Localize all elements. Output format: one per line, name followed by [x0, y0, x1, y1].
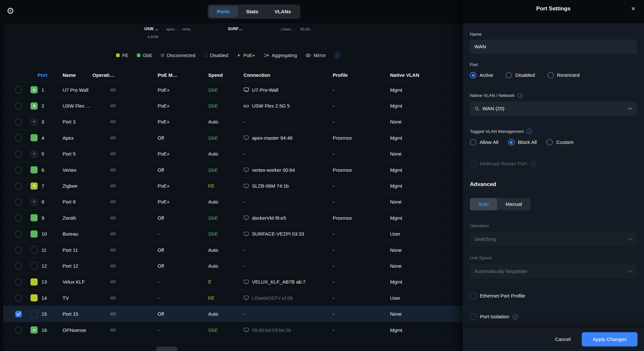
- row-checkbox[interactable]: [15, 167, 22, 173]
- radio-disabled[interactable]: Disabled: [506, 72, 535, 78]
- operation-value: Switching: [474, 236, 496, 242]
- table-row[interactable]: 16OPNsense-GbE00:d0:b4:03:be:2b-Mgmt: [3, 322, 463, 338]
- table-row[interactable]: 15Port 15OffAuto--None: [3, 306, 463, 322]
- table-row[interactable]: 6VertexOffGbEvertex-worker 00:84ProxmoxM…: [3, 162, 463, 178]
- poe-mode: -: [158, 327, 208, 333]
- table-row[interactable]: 2USW Flex …PoE+GbEUSW Flex 2.5G 5-Mgmt: [3, 98, 463, 114]
- native-vlan: Mgmt: [390, 183, 463, 189]
- radio-label: Block All: [518, 139, 537, 145]
- table-row[interactable]: 10Bureau-GbESURFACE-VEZPI 03:33-User: [3, 226, 463, 242]
- port-number: 6: [42, 167, 63, 173]
- info-icon[interactable]: i: [527, 129, 532, 134]
- table-row[interactable]: 11Port 11OffAuto--None: [3, 242, 463, 258]
- profile: Proxmox: [333, 167, 390, 173]
- column-header-speed[interactable]: Speed: [208, 72, 244, 78]
- port-name: USW Flex …: [63, 103, 92, 109]
- tab-stats[interactable]: Stats: [238, 6, 267, 18]
- native-vlan-select[interactable]: WAN (20): [470, 101, 637, 116]
- row-checkbox[interactable]: [15, 135, 22, 141]
- column-header-poe-mode[interactable]: PoE M…: [158, 72, 208, 78]
- row-checkbox[interactable]: [15, 263, 22, 269]
- poe-mode: Off: [158, 135, 208, 141]
- table-row[interactable]: 12Port 12OffAuto--None: [3, 258, 463, 274]
- port-number: 11: [42, 247, 63, 253]
- port-number: 14: [42, 295, 63, 301]
- legend-info-icon[interactable]: i: [334, 53, 340, 58]
- close-icon[interactable]: ✕: [631, 6, 636, 12]
- tab-ports[interactable]: Ports: [209, 6, 238, 18]
- row-checkbox[interactable]: [15, 199, 22, 205]
- operation-mode-icon: [111, 136, 158, 140]
- table-row[interactable]: 4ApexOffGbEapex-master 94:48ProxmoxMgmt: [3, 130, 463, 146]
- radio-restricted[interactable]: Restricted: [547, 72, 580, 78]
- column-header-name[interactable]: Name: [63, 72, 92, 78]
- radio-allow-all[interactable]: Allow All: [470, 139, 498, 146]
- operation-mode-icon: [111, 264, 158, 268]
- native-vlan-label: Native VLAN / Network: [470, 93, 515, 98]
- radio-block-all[interactable]: Block All: [508, 139, 537, 146]
- port-number: 7: [42, 183, 63, 189]
- panel-title: Port Settings: [463, 0, 644, 18]
- row-checkbox[interactable]: [15, 247, 22, 253]
- column-header-port[interactable]: Port: [38, 72, 63, 78]
- row-checkbox[interactable]: [15, 231, 22, 237]
- port-isolation-checkbox[interactable]: Port Isolation i: [470, 313, 637, 320]
- row-checkbox[interactable]: [15, 311, 22, 317]
- table-row[interactable]: 3Port 3PoE+Auto--None: [3, 114, 463, 130]
- table-row[interactable]: 8Port 8PoE+Auto--None: [3, 194, 463, 210]
- row-checkbox[interactable]: [15, 119, 22, 125]
- radio-icon: [547, 72, 554, 78]
- auto-segment[interactable]: Auto: [470, 198, 497, 210]
- table-row[interactable]: 14TV-FELGwebOSTV ef:08-User: [3, 290, 463, 306]
- port-state-label: Port: [470, 62, 637, 67]
- table-row[interactable]: 13Velux KLF-EVELUX_KLF_AB7B ab:7-Mgmt: [3, 274, 463, 290]
- row-checkbox[interactable]: [15, 103, 22, 109]
- pagination-control[interactable]: [156, 347, 177, 351]
- port-status-icon: [30, 198, 38, 205]
- table-row[interactable]: 1U7 Pro WallPoE+GbEU7-Pro-Wall-Mgmt: [3, 82, 463, 98]
- manual-segment[interactable]: Manual: [497, 198, 531, 210]
- port-number: 2: [42, 103, 63, 109]
- cancel-button[interactable]: Cancel: [555, 336, 571, 342]
- column-header-native-vlan[interactable]: Native VLAN: [390, 72, 463, 78]
- table-row[interactable]: 5Port 5PoE+Auto--None: [3, 146, 463, 162]
- legend-label: Mirror: [314, 53, 326, 58]
- apply-button[interactable]: Apply Changes: [582, 332, 638, 346]
- table-row[interactable]: 9ZenithOffGbEdockerVM f9:e5ProxmoxMgmt: [3, 210, 463, 226]
- legend-label: GbE: [143, 53, 152, 58]
- speed: E: [208, 279, 244, 285]
- column-header-profile[interactable]: Profile: [333, 72, 390, 78]
- info-icon[interactable]: i: [513, 314, 518, 320]
- tab-vlans[interactable]: VLANs: [267, 6, 299, 18]
- row-checkbox[interactable]: [15, 151, 22, 157]
- name-input[interactable]: WAN: [470, 40, 637, 54]
- table-row[interactable]: 7ZigbeePoE+FESLZB-06M 74:1b-Mgmt: [3, 178, 463, 194]
- operation-select: Switching: [470, 232, 637, 246]
- panel-footer: Cancel Apply Changes: [463, 328, 644, 351]
- operation-mode-icon: [111, 232, 158, 236]
- profile: -: [333, 295, 390, 301]
- operation-mode-icon: [111, 216, 158, 220]
- ethernet-port-profile-checkbox[interactable]: Ethernet Port Profile: [470, 293, 637, 299]
- radio-custom[interactable]: Custom: [546, 139, 573, 146]
- row-checkbox[interactable]: [15, 279, 22, 285]
- port-name: Port 15: [63, 311, 92, 317]
- column-header-connection[interactable]: Connection: [244, 72, 333, 78]
- advanced-heading: Advanced: [470, 181, 637, 188]
- column-header-operation[interactable]: Operati…: [92, 72, 158, 78]
- poe-mode: Off: [158, 247, 208, 253]
- row-checkbox[interactable]: [15, 87, 22, 93]
- row-checkbox[interactable]: [15, 327, 22, 333]
- radio-active[interactable]: Active: [470, 72, 493, 78]
- operation-mode-icon: [111, 184, 158, 188]
- connection: -: [244, 199, 333, 205]
- port-name: U7 Pro Wall: [63, 87, 92, 93]
- row-checkbox[interactable]: [15, 183, 22, 189]
- device-port-label: LGwe…: [281, 27, 294, 31]
- settings-gear-icon[interactable]: ⚙: [6, 6, 14, 16]
- checkbox-icon: [470, 293, 476, 299]
- row-checkbox[interactable]: [15, 215, 22, 221]
- info-icon[interactable]: i: [518, 93, 523, 98]
- row-checkbox[interactable]: [15, 295, 22, 301]
- mirror-eye-icon: [305, 53, 311, 57]
